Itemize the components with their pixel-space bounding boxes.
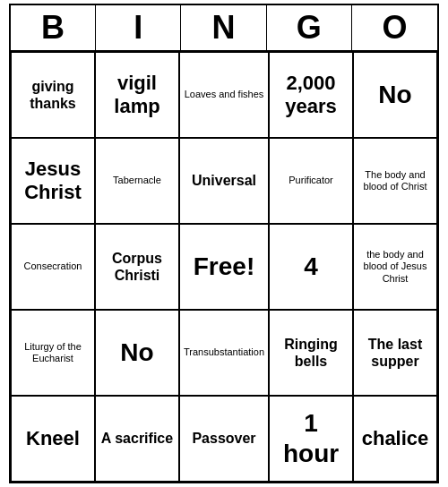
bingo-card: BINGO giving thanksvigil lampLoaves and … [9,4,439,483]
bingo-cell-15[interactable]: Liturgy of the Eucharist [11,310,95,396]
bingo-cell-9[interactable]: The body and blood of Christ [353,138,437,224]
bingo-cell-19[interactable]: The last supper [353,310,437,396]
bingo-cell-24[interactable]: chalice [353,396,437,482]
bingo-cell-1[interactable]: vigil lamp [95,52,179,138]
bingo-cell-7[interactable]: Universal [179,138,269,224]
bingo-cell-12[interactable]: Free! [179,224,269,310]
bingo-cell-17[interactable]: Transubstantiation [179,310,269,396]
bingo-cell-11[interactable]: Corpus Christi [95,224,179,310]
header-letter-g: G [267,5,352,50]
bingo-cell-2[interactable]: Loaves and fishes [179,52,269,138]
bingo-cell-22[interactable]: Passover [179,396,269,482]
bingo-cell-6[interactable]: Tabernacle [95,138,179,224]
bingo-cell-21[interactable]: A sacrifice [95,396,179,482]
bingo-cell-13[interactable]: 4 [269,224,353,310]
header-letter-b: B [11,5,96,50]
bingo-cell-23[interactable]: 1 hour [269,396,353,482]
bingo-header: BINGO [11,5,437,52]
header-letter-o: O [352,5,437,50]
bingo-cell-0[interactable]: giving thanks [11,52,95,138]
bingo-cell-8[interactable]: Purificator [269,138,353,224]
bingo-cell-14[interactable]: the body and blood of Jesus Christ [353,224,437,310]
bingo-cell-4[interactable]: No [353,52,437,138]
bingo-cell-18[interactable]: Ringing bells [269,310,353,396]
bingo-cell-10[interactable]: Consecration [11,224,95,310]
bingo-cell-5[interactable]: Jesus Christ [11,138,95,224]
header-letter-i: I [96,5,181,50]
bingo-cell-3[interactable]: 2,000 years [269,52,353,138]
bingo-cell-16[interactable]: No [95,310,179,396]
bingo-grid: giving thanksvigil lampLoaves and fishes… [11,52,437,482]
header-letter-n: N [181,5,266,50]
bingo-cell-20[interactable]: Kneel [11,396,95,482]
